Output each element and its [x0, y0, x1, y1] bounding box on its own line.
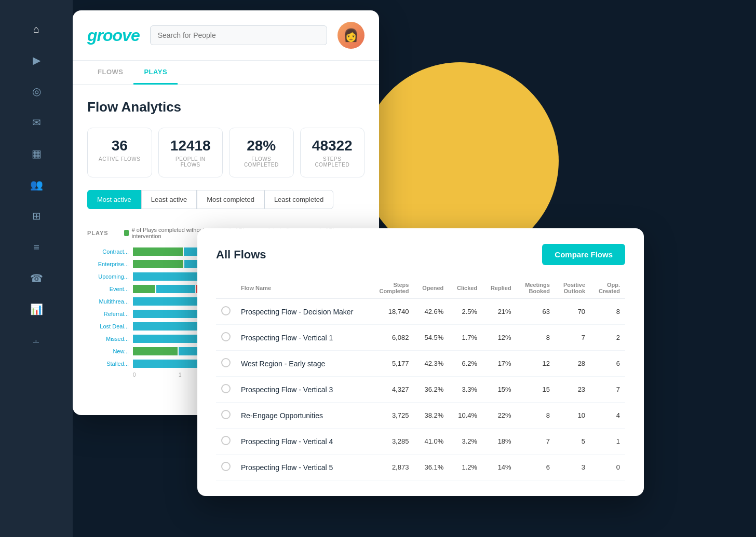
- table-row: Prospecting Flow - Vertical 5 2,873 36.1…: [216, 455, 625, 480]
- col-flow-name: Flow Name: [236, 278, 370, 299]
- row-clicked: 6.2%: [449, 351, 482, 377]
- tab-plays[interactable]: PLAYS: [133, 61, 178, 85]
- filter-icon[interactable]: ⫠: [25, 329, 48, 352]
- row-positive: 28: [555, 351, 590, 377]
- sidebar: ⌂ ▶ ◎ ✉ ▦ 👥 ⊞ ≡ ☎ 📊 ⫠: [0, 0, 73, 537]
- row-opp: 4: [590, 403, 625, 429]
- chart-row-label[interactable]: Stalled...: [87, 361, 129, 367]
- logo: groove: [87, 26, 140, 45]
- row-replied: 17%: [482, 351, 517, 377]
- row-opened: 38.2%: [414, 403, 449, 429]
- filter-least-completed[interactable]: Least completed: [264, 190, 333, 209]
- steps-completed-value: 48322: [308, 137, 357, 154]
- radio-button[interactable]: [221, 384, 231, 393]
- bar-green: [133, 347, 178, 355]
- home-icon[interactable]: ⌂: [25, 18, 48, 40]
- filter-least-active[interactable]: Least active: [141, 190, 197, 209]
- chart-row-label[interactable]: New...: [87, 348, 129, 354]
- avatar: 👩: [338, 22, 365, 49]
- flows-card: All Flows Compare Flows Flow Name StepsC…: [197, 228, 644, 496]
- tab-flows[interactable]: FLOWS: [87, 61, 133, 85]
- row-opened: 41.0%: [414, 429, 449, 455]
- row-flow-name: Prospecting Flow - Vertical 4: [236, 429, 370, 455]
- flows-table-body: Prospecting Flow - Decision Maker 18,740…: [216, 299, 625, 480]
- search-input[interactable]: [150, 25, 327, 45]
- table-row: Re-Engage Opportunities 3,725 38.2% 10.4…: [216, 403, 625, 429]
- row-replied: 12%: [482, 325, 517, 351]
- compare-flows-button[interactable]: Compare Flows: [542, 244, 625, 265]
- row-steps: 6,082: [370, 325, 414, 351]
- row-clicked: 3.2%: [449, 429, 482, 455]
- row-select[interactable]: [216, 429, 236, 455]
- col-clicked: Clicked: [449, 278, 482, 299]
- stats-row: 36 ACTIVE FLOWS 12418 PEOPLE IN FLOWS 28…: [87, 128, 365, 177]
- row-positive: 10: [555, 403, 590, 429]
- row-flow-name: Prospecting Flow - Vertical 1: [236, 325, 370, 351]
- play-icon[interactable]: ▶: [25, 49, 48, 72]
- row-clicked: 1.2%: [449, 455, 482, 480]
- mail-icon[interactable]: ✉: [25, 111, 48, 134]
- radio-button[interactable]: [221, 410, 231, 419]
- chart-row-label[interactable]: Referral...: [87, 311, 129, 317]
- radio-button[interactable]: [221, 306, 231, 315]
- row-select[interactable]: [216, 455, 236, 480]
- tab-bar: FLOWS PLAYS: [73, 61, 379, 85]
- chart-row-label[interactable]: Multithrea...: [87, 298, 129, 305]
- green-dot: [124, 230, 129, 236]
- row-select[interactable]: [216, 325, 236, 351]
- chart-row-label[interactable]: Event...: [87, 286, 129, 292]
- chart-row-label[interactable]: Contract...: [87, 249, 129, 255]
- stat-flows-completed: 28% FLOWS COMPLETED: [229, 128, 294, 177]
- page-title: Flow Analytics: [87, 99, 365, 115]
- flows-completed-value: 28%: [237, 137, 286, 154]
- radio-button[interactable]: [221, 436, 231, 445]
- flows-completed-label: FLOWS COMPLETED: [237, 156, 286, 168]
- row-opened: 42.3%: [414, 351, 449, 377]
- row-select[interactable]: [216, 377, 236, 403]
- row-opened: 54.5%: [414, 325, 449, 351]
- filter-most-active[interactable]: Most active: [87, 190, 141, 209]
- chart-icon[interactable]: 📊: [25, 298, 48, 321]
- chart-row-label[interactable]: Upcoming...: [87, 273, 129, 280]
- col-opp: Opp.Created: [590, 278, 625, 299]
- row-meetings: 63: [517, 299, 555, 325]
- row-positive: 7: [555, 325, 590, 351]
- chart-row-label[interactable]: Lost Deal...: [87, 323, 129, 329]
- row-clicked: 1.7%: [449, 325, 482, 351]
- filter-most-completed[interactable]: Most completed: [197, 190, 264, 209]
- row-replied: 14%: [482, 455, 517, 480]
- radio-button[interactable]: [221, 332, 231, 341]
- row-steps: 3,725: [370, 403, 414, 429]
- table-row: Prospecting Flow - Vertical 4 3,285 41.0…: [216, 429, 625, 455]
- row-flow-name: Prospecting Flow - Vertical 3: [236, 377, 370, 403]
- row-meetings: 15: [517, 377, 555, 403]
- grid-icon[interactable]: ▦: [25, 142, 48, 165]
- phone-icon[interactable]: ☎: [25, 267, 48, 290]
- row-replied: 15%: [482, 377, 517, 403]
- row-select[interactable]: [216, 403, 236, 429]
- row-select[interactable]: [216, 351, 236, 377]
- plays-label: PLAYS: [87, 230, 109, 236]
- table-header-row: Flow Name StepsCompleted Opened Clicked …: [216, 278, 625, 299]
- radio-button[interactable]: [221, 358, 231, 367]
- row-clicked: 3.3%: [449, 377, 482, 403]
- people-flows-label: PEOPLE IN FLOWS: [166, 156, 215, 168]
- chart-row-label[interactable]: Enterprise...: [87, 261, 129, 267]
- col-meetings: MeetingsBooked: [517, 278, 555, 299]
- steps-completed-label: STEPS COMPLETED: [308, 156, 357, 168]
- bar-blue: [133, 360, 206, 368]
- col-positive: PositiveOutlook: [555, 278, 590, 299]
- stack-icon[interactable]: ≡: [25, 236, 48, 258]
- active-flows-value: 36: [95, 137, 144, 154]
- card-header: groove 👩: [73, 10, 379, 61]
- row-steps: 4,327: [370, 377, 414, 403]
- compass-icon[interactable]: ◎: [25, 80, 48, 103]
- radio-button[interactable]: [221, 462, 231, 471]
- dashboard-icon[interactable]: ⊞: [25, 204, 48, 227]
- row-opened: 42.6%: [414, 299, 449, 325]
- row-select[interactable]: [216, 299, 236, 325]
- row-opp: 1: [590, 429, 625, 455]
- people-icon[interactable]: 👥: [25, 173, 48, 196]
- chart-row-label[interactable]: Missed...: [87, 336, 129, 342]
- legend-green: # of Plays completed without interventio…: [124, 227, 210, 239]
